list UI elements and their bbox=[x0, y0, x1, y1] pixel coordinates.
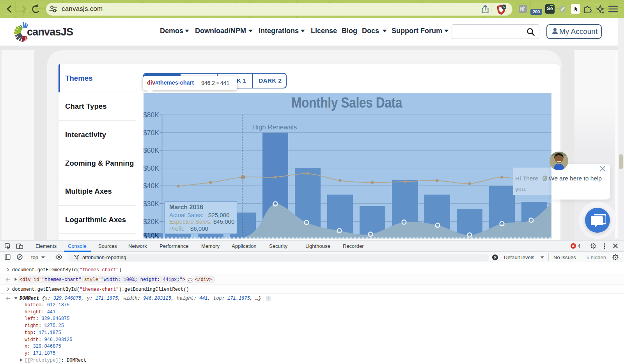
svg-text:Profit:: Profit: bbox=[169, 225, 184, 232]
svg-text:$25,000: $25,000 bbox=[208, 212, 229, 218]
svg-text:High Renewals: High Renewals bbox=[252, 124, 297, 131]
svg-text:i: i bbox=[268, 297, 269, 301]
svg-text:$80K: $80K bbox=[144, 111, 159, 119]
svg-text:$30K: $30K bbox=[144, 200, 159, 208]
svg-text:March 2016: March 2016 bbox=[169, 204, 203, 210]
svg-text:$45,000: $45,000 bbox=[213, 218, 234, 225]
svg-text:Monthly Sales Data: Monthly Sales Data bbox=[291, 94, 402, 110]
svg-text:$50K: $50K bbox=[144, 164, 159, 172]
svg-text:$40K: $40K bbox=[144, 182, 159, 190]
svg-text:Actual Sales:: Actual Sales: bbox=[169, 212, 204, 218]
svg-text:$60K: $60K bbox=[144, 147, 159, 154]
svg-text:Expected Sales:: Expected Sales: bbox=[169, 218, 211, 225]
svg-text:$6,000: $6,000 bbox=[190, 225, 208, 232]
svg-text:$70K: $70K bbox=[144, 129, 159, 137]
svg-text:5: 5 bbox=[503, 5, 505, 9]
svg-text:$20K: $20K bbox=[144, 218, 159, 226]
svg-text:canvasJS: canvasJS bbox=[27, 26, 73, 38]
